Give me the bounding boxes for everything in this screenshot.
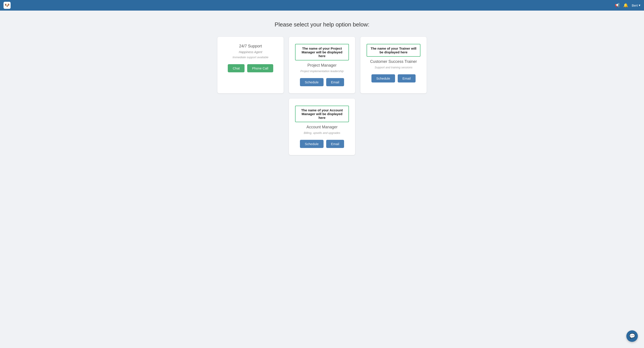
- am-schedule-button[interactable]: Schedule: [300, 140, 324, 148]
- dropdown-icon: ▾: [639, 3, 640, 7]
- chat-bubble[interactable]: 💬: [626, 330, 638, 342]
- trainer-schedule-button[interactable]: Schedule: [372, 74, 395, 82]
- trainer-description: Support and training sessions: [374, 66, 412, 69]
- am-name-box: The name of your Account Manager will be…: [295, 106, 349, 122]
- trainer-email-button[interactable]: Email: [398, 74, 416, 82]
- card-name-247: 24/7 Support: [239, 44, 262, 48]
- navbar-right: 📢 🔔 Bert ▾: [615, 3, 640, 8]
- megaphone-icon[interactable]: 📢: [615, 3, 620, 8]
- cards-row-1: 24/7 Support Happiness Agent Immediate s…: [218, 37, 426, 93]
- card-buttons-247: Chat Phone Call: [228, 64, 273, 72]
- chat-bubble-icon: 💬: [629, 333, 635, 339]
- am-buttons: Schedule Email: [300, 140, 344, 148]
- trainer-name-box: The name of your Trainer will be display…: [366, 44, 420, 57]
- pm-description: Project implementation leadership: [300, 69, 344, 73]
- pm-email-button[interactable]: Email: [326, 78, 344, 86]
- bell-icon[interactable]: 🔔: [623, 3, 628, 8]
- trainer-buttons: Schedule Email: [372, 74, 416, 82]
- pm-schedule-button[interactable]: Schedule: [300, 78, 324, 86]
- chat-button[interactable]: Chat: [228, 64, 244, 72]
- card-support-247: 24/7 Support Happiness Agent Immediate s…: [218, 37, 284, 93]
- card-desc-247: Immediate support available: [232, 55, 268, 59]
- user-menu[interactable]: Bert ▾: [632, 3, 640, 7]
- main-content: Please select your help option below: 24…: [0, 10, 644, 171]
- navbar: 🐶 📢 🔔 Bert ▾: [0, 0, 644, 10]
- logo-icon: 🐶: [5, 3, 10, 8]
- app-logo[interactable]: 🐶: [4, 2, 10, 9]
- am-email-button[interactable]: Email: [326, 140, 344, 148]
- phone-call-button[interactable]: Phone Call: [247, 64, 273, 72]
- trainer-role-label: Customer Success Trainer: [370, 59, 417, 64]
- card-role-247: Happiness Agent: [239, 50, 262, 54]
- card-trainer: The name of your Trainer will be display…: [360, 37, 426, 93]
- am-description: Billing, upsells and upgrades: [304, 131, 340, 134]
- page-title: Please select your help option below:: [274, 21, 369, 28]
- pm-name-box: The name of your Project Manager will be…: [295, 44, 349, 60]
- cards-row-2: The name of your Account Manager will be…: [289, 99, 355, 155]
- card-account-manager: The name of your Account Manager will be…: [289, 99, 355, 155]
- pm-buttons: Schedule Email: [300, 78, 344, 86]
- user-name: Bert: [632, 3, 638, 7]
- card-project-manager: The name of your Project Manager will be…: [289, 37, 355, 93]
- am-role-label: Account Manager: [306, 125, 338, 129]
- pm-role-label: Project Manager: [308, 63, 336, 68]
